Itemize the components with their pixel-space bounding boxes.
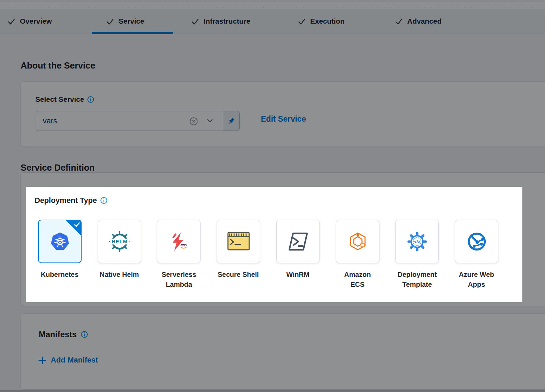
deployment-type-azure-web-apps[interactable] xyxy=(455,220,498,263)
service-select-group: vars xyxy=(36,111,240,131)
deployment-type-label-winrm: WinRM xyxy=(272,270,324,280)
select-service-label: Select Service xyxy=(35,95,94,103)
stage-tabbar: Overview Service Infrastructure Executio… xyxy=(0,9,545,34)
service-select-input[interactable]: vars xyxy=(36,111,223,131)
deployment-type-label-amazon-ecs: Amazon ECS xyxy=(332,270,383,290)
pipeline-canvas-strip xyxy=(0,0,545,9)
pin-icon xyxy=(227,117,235,125)
bottom-edge-strip xyxy=(0,390,545,392)
deployment-type-label-serverless-lambda: Serverless Lambda xyxy=(153,270,205,290)
tab-label: Execution xyxy=(310,17,344,25)
tab-service[interactable]: Service xyxy=(106,9,144,34)
check-icon xyxy=(395,17,403,25)
about-service-card: Select Service vars Edit Service xyxy=(21,81,545,146)
azure-globe-icon xyxy=(466,231,487,252)
ecs-hexagon-icon xyxy=(347,231,369,253)
check-icon xyxy=(8,17,15,25)
manifests-heading: Manifests xyxy=(39,330,88,339)
chevron-down-icon[interactable] xyxy=(206,118,214,124)
gear-code-icon: </> xyxy=(406,230,428,253)
deployment-type-deployment-template[interactable]: </> xyxy=(395,220,439,263)
powershell-icon xyxy=(287,231,309,252)
deployment-type-native-helm[interactable]: HELM xyxy=(98,220,141,263)
svg-text:</>: </> xyxy=(414,239,420,244)
deployment-type-kubernetes[interactable] xyxy=(38,220,82,263)
helm-icon: HELM xyxy=(108,230,131,253)
service-config-screen: Overview Service Infrastructure Executio… xyxy=(0,0,545,392)
select-service-label-text: Select Service xyxy=(35,95,84,103)
service-select-value: vars xyxy=(36,117,57,125)
tab-label: Service xyxy=(119,17,144,25)
tab-overview[interactable]: Overview xyxy=(8,9,52,34)
deployment-type-label-deployment-template: Deployment Template xyxy=(391,270,443,290)
svg-text:HELM: HELM xyxy=(111,239,127,244)
tab-label: Advanced xyxy=(407,17,441,25)
add-manifest-label: Add Manifest xyxy=(51,356,98,365)
info-icon[interactable] xyxy=(81,331,88,338)
deployment-type-label-secure-shell: Secure Shell xyxy=(213,270,264,280)
tab-label: Overview xyxy=(20,17,52,25)
add-manifest-button[interactable]: Add Manifest xyxy=(38,356,98,365)
deployment-type-amazon-ecs[interactable] xyxy=(336,220,379,263)
deployment-type-serverless-lambda[interactable]: aws xyxy=(157,220,201,263)
about-service-heading: About the Service xyxy=(21,60,95,71)
info-icon[interactable] xyxy=(87,96,94,103)
tab-infrastructure[interactable]: Infrastructure xyxy=(191,9,251,34)
deployment-type-label-kubernetes: Kubernetes xyxy=(34,270,85,280)
tab-label: Infrastructure xyxy=(204,17,251,25)
deployment-type-secure-shell[interactable] xyxy=(217,220,260,263)
canvas-dot-pattern xyxy=(0,2,545,9)
deployment-type-label-azure-web-apps: Azure Web Apps xyxy=(451,270,502,290)
deployment-type-winrm[interactable] xyxy=(276,220,320,263)
check-icon xyxy=(106,17,114,25)
service-definition-heading: Service Definition xyxy=(21,162,95,173)
manifests-card: Manifests Add Manifest xyxy=(21,314,545,390)
service-definition-card: Deployment Type xyxy=(21,172,545,306)
check-icon xyxy=(191,17,199,25)
info-icon[interactable] xyxy=(100,197,108,204)
deployment-type-label-native-helm: Native Helm xyxy=(94,270,145,280)
kubernetes-icon xyxy=(49,230,71,253)
deployment-type-label-text: Deployment Type xyxy=(35,196,97,205)
clear-icon[interactable] xyxy=(189,117,198,126)
manifests-heading-text: Manifests xyxy=(39,330,77,339)
deployment-type-label: Deployment Type xyxy=(35,196,108,205)
check-icon xyxy=(298,17,306,25)
pin-button[interactable] xyxy=(223,111,239,131)
tab-execution[interactable]: Execution xyxy=(298,9,344,34)
edit-service-link[interactable]: Edit Service xyxy=(261,114,306,124)
svg-text:aws: aws xyxy=(180,243,186,246)
serverless-lambda-icon: aws xyxy=(168,231,190,252)
plus-icon xyxy=(38,356,47,365)
tab-advanced[interactable]: Advanced xyxy=(395,9,441,34)
terminal-icon xyxy=(227,232,250,251)
